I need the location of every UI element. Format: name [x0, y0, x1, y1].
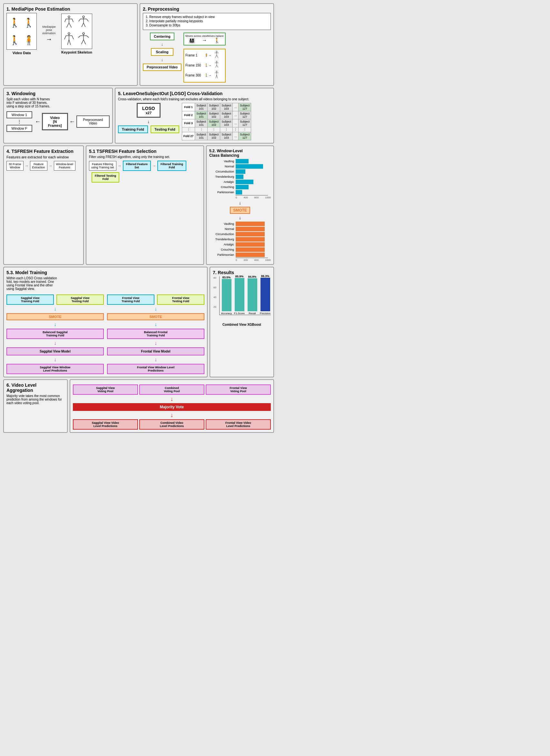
bar-antalgic-a-bar: [236, 242, 265, 247]
svg-line-6: [72, 19, 74, 22]
label-antalgic-a: Antalgic: [209, 243, 235, 246]
section-4: 4. TSFRESH Feature Extraction Features a…: [3, 145, 84, 265]
arrow-to-video: ←: [35, 118, 41, 125]
label-antalgic-b: Antalgic: [209, 180, 235, 184]
y-label-40: 40: [214, 296, 216, 299]
svg-point-0: [68, 16, 70, 18]
bar-f1-grp: 85.9% F1-Score: [234, 275, 245, 315]
section-5: 5. LeaveOneSubjectOut [LOSO] Cross-Valid…: [115, 88, 274, 144]
step-2: 2. Interpolate partially missing keypoin…: [146, 19, 268, 23]
bar-normal-a-bar: [236, 227, 265, 231]
frontal-window-pred: Frontal View Window LevelPredictions: [107, 364, 205, 374]
f3-s101: Subject101: [195, 119, 208, 127]
person-1: 🚶: [8, 15, 21, 31]
fold-1-row: Fold 1 Subject101 Subject102 Subject103 …: [182, 103, 251, 111]
f3-s102: Subject102: [208, 119, 220, 127]
bar-precision-grp: 86.3% Precision: [260, 274, 271, 315]
video-data-container: 🚶 🚶 🚶 🧍 Video Data: [6, 13, 37, 55]
svg-line-32: [217, 55, 218, 58]
f27-s103: Subject103: [220, 132, 233, 140]
section-52: 5.2. Window-LevelClass Balancing Vaultin…: [206, 145, 274, 265]
svg-line-19: [65, 36, 66, 39]
bar-precision: [261, 278, 270, 311]
smote-label: SMOTE: [230, 207, 250, 214]
bar-precision-val: 86.3%: [261, 274, 270, 278]
bar-vaulting-after: Vaulting: [209, 222, 271, 226]
fold-3-label: Fold 3: [182, 119, 195, 127]
smote-group: ↓ SMOTE ↓: [209, 200, 271, 220]
fd-s102: ⋮: [208, 127, 220, 132]
bar-parkin-after: Parkinsonian: [209, 253, 271, 257]
video-nframes: [N Frames]: [47, 120, 63, 127]
f1-s101: Subject101: [195, 103, 208, 111]
preproc-video-box: Preprocessed Video: [76, 115, 110, 128]
video-label-text: Video: [47, 116, 63, 120]
sec2-title: 2. Preprocessing: [143, 6, 271, 12]
feature-flow: 30 FrameWindow → FeatureExtraction → Win…: [6, 161, 81, 171]
fold-table-container: Fold 1 Subject101 Subject102 Subject103 …: [182, 103, 252, 140]
f1-s103: Subject103: [220, 103, 233, 111]
label-parkin-b: Parkinsonian: [209, 191, 235, 194]
fro-arrow-2: ↓: [155, 322, 157, 327]
y-label-60: 60: [214, 286, 216, 289]
frame-150-skeleton: [213, 61, 221, 70]
people-group: 👨‍👩‍👧‍👦: [189, 37, 195, 44]
arrow-scale-preproc: ↓: [161, 57, 163, 62]
saggital-pool-box: Saggital ViewVoting Pool: [73, 384, 138, 395]
person-walk: 🚶: [214, 37, 220, 44]
svg-line-25: [84, 40, 86, 44]
moves-inplace: Moves inplace: [207, 35, 224, 37]
bar-trend-a-bar: [236, 237, 265, 242]
bar-normal-before: Normal: [209, 164, 271, 169]
frames-section: Moves across view Moves inplace 👨‍👩‍👧‍👦 …: [184, 33, 226, 83]
label-parkin-a: Parkinsonian: [209, 253, 235, 256]
svg-point-38: [216, 71, 217, 72]
bar-circum-b-bar: [236, 169, 245, 174]
filter-box: Feature Filteringusing Training set: [89, 161, 116, 171]
video-grid: 🚶 🚶 🚶 🧍: [6, 13, 37, 50]
row-1: 1. MediaPipe Pose Estimation 🚶 🚶 🚶 🧍 Vid…: [3, 3, 274, 86]
sag-arrow-2: ↓: [54, 322, 56, 327]
skeleton-1: [63, 15, 75, 31]
flow-steps: Centering ↓ Scaling ↓ Preprocessed Video: [143, 33, 182, 71]
window-1-box: Window 1: [6, 111, 32, 118]
saggital-smote-box: SMOTE: [6, 313, 104, 320]
f2-s102: Subject102: [208, 111, 220, 119]
svg-line-11: [84, 23, 85, 27]
arrow-mediapipe: →: [46, 35, 52, 43]
f27-s102: Subject102: [208, 132, 220, 140]
y-label-80: 80: [214, 276, 216, 279]
step-1: 1. Remove empty frames without subject i…: [146, 15, 268, 19]
bar-precision-label: Precision: [260, 312, 271, 315]
label-circum-b: Circumduction: [209, 170, 235, 173]
svg-line-5: [65, 19, 66, 22]
loso-label: LOSO: [142, 106, 155, 111]
filtered-test-group: Filtered TestingFold: [92, 172, 119, 183]
f1-dots: ...: [233, 103, 239, 111]
bar-f1-val: 85.9%: [235, 275, 244, 278]
svg-line-42: [217, 75, 218, 78]
arrow-from-preproc: ←: [69, 118, 75, 125]
bar-accuracy-val: 83.5%: [223, 276, 231, 279]
smote-arrow-down2: ↓: [209, 215, 271, 220]
keypoint-container: Keypoint Skeleton: [61, 14, 92, 54]
sec1-title: 1. MediaPipe Pose Estimation: [6, 6, 135, 12]
section-53: 5.3. Model Training Within each LOSO Cro…: [3, 267, 208, 377]
sec3-desc: Split each video with N frames into F wi…: [6, 97, 52, 108]
frontal-model-box: Frontal View Model: [107, 347, 205, 355]
bar-trend-b-bar: [236, 174, 244, 179]
sag-arrow-4: ↓: [54, 357, 56, 363]
frame-150-arrow: 🚶→: [205, 64, 212, 67]
sec53-title: 5.3. Model Training: [6, 270, 205, 275]
sec52-title: 5.2. Window-LevelClass Balancing: [209, 149, 271, 158]
skeleton-2: [77, 15, 90, 31]
arrow-move: →: [202, 37, 207, 44]
f1-s102: Subject102: [208, 103, 220, 111]
bar-crouch-b-bar: [236, 185, 249, 189]
sec5-title: 5. LeaveOneSubjectOut [LOSO] Cross-Valid…: [118, 91, 271, 96]
preprocess-steps: 1. Remove empty frames without subject i…: [143, 13, 271, 30]
bar-normal-after: Normal: [209, 227, 271, 231]
frame-window-box: 30 FrameWindow: [6, 161, 24, 171]
svg-line-4: [69, 23, 72, 27]
section-3: 3. Windowing Split each video with N fra…: [3, 88, 113, 144]
